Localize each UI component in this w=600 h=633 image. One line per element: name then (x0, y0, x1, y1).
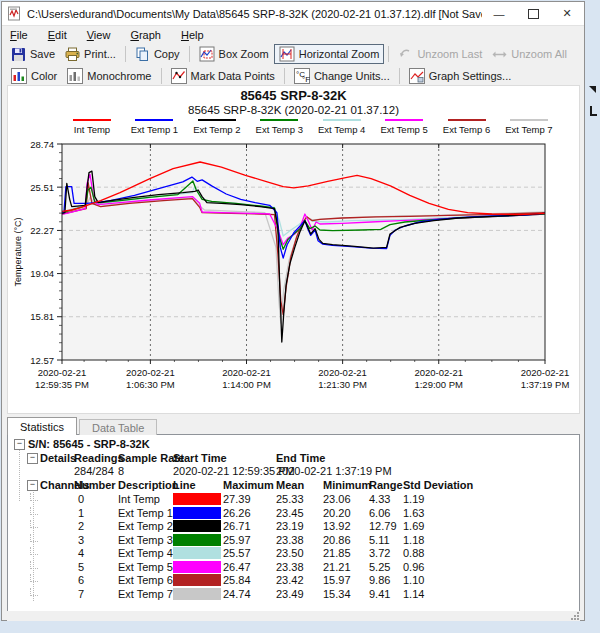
channel-cell: Ext Temp 2 (118, 520, 173, 533)
svg-text:2020-02-21: 2020-02-21 (126, 367, 175, 378)
channel-cell: 6 (78, 574, 84, 587)
mark-data-points-button[interactable]: Mark Data Points (166, 66, 280, 86)
legend-label: Int Temp (74, 124, 110, 135)
mark-data-points-icon (171, 68, 187, 84)
copy-label: Copy (154, 48, 180, 60)
channel-cell: 26.26 (223, 507, 251, 520)
svg-text:15.81: 15.81 (30, 311, 54, 322)
graph-settings-button[interactable]: Graph Settings... (404, 66, 517, 86)
menu-file[interactable]: File (10, 29, 28, 41)
menu-graph[interactable]: Graph (130, 29, 161, 41)
line-color-swatch (173, 547, 221, 559)
svg-text:2020-02-21: 2020-02-21 (414, 367, 463, 378)
channel-cell: 5.25 (369, 561, 390, 574)
box-zoom-button[interactable]: Box Zoom (194, 44, 274, 64)
tree-branch (30, 561, 38, 569)
horizontal-zoom-button[interactable]: Horizontal Zoom (274, 44, 385, 64)
mark-data-points-label: Mark Data Points (191, 70, 275, 82)
unzoom-last-button[interactable]: Unzoom Last (393, 45, 487, 64)
svg-text:1:21:30 PM: 1:21:30 PM (318, 379, 367, 390)
sn-row: − S/N: 85645 - SRP-8-32K (8, 438, 579, 451)
channel-cell: 1.18 (403, 534, 424, 547)
channel-cell: 4 (78, 547, 84, 560)
sn-label: S/N: 85645 - SRP-8-32K (28, 438, 150, 451)
svg-text:28.74: 28.74 (30, 139, 54, 150)
window-title: C:\Users\edurand\Documents\My Data\85645… (27, 8, 482, 20)
plot-wrap: 28.7425.5122.2719.0415.8112.572020-02-21… (8, 136, 579, 406)
zoom-cursor-icon (589, 86, 596, 93)
legend-color-line (510, 119, 548, 121)
channel-row: 4Ext Temp 425.5723.5021.853.720.88 (8, 547, 579, 560)
details-sample-rate-value: 8 (118, 465, 124, 478)
maximize-icon (528, 9, 539, 19)
svg-text:12:59:35 PM: 12:59:35 PM (35, 379, 89, 390)
channels-header-mean: Mean (276, 479, 304, 492)
channel-cell: Ext Temp 6 (118, 574, 173, 587)
chart-subtitle: 85645 SRP-8-32K (2020-02-21 01.37.12) (8, 104, 579, 116)
details-header-end-time: End Time (276, 452, 325, 465)
menu-edit[interactable]: Edit (48, 29, 67, 41)
legend-label: Ext Temp 1 (131, 124, 178, 135)
channel-cell: 4.33 (369, 493, 390, 506)
monochrome-label: Monochrome (87, 70, 151, 82)
unzoom-all-icon (492, 47, 507, 62)
monochrome-button[interactable]: Monochrome (62, 66, 156, 86)
channels-header-std-deviation: Std Deviation (403, 479, 473, 492)
toolbar-separator (189, 46, 190, 62)
channel-cell: 1.10 (403, 574, 424, 587)
statistics-panel: − S/N: 85645 - SRP-8-32K − Details Readi… (7, 434, 580, 612)
horizontal-zoom-icon (279, 46, 295, 62)
change-units-button[interactable]: °C °F Change Units... (289, 66, 395, 86)
channel-row: 7Ext Temp 724.7423.4915.349.411.14 (8, 588, 579, 601)
details-values-row: 284/284 8 2020-02-21 12:59:35 PM 2020-02… (8, 465, 579, 478)
channels-header-row: − Channels Number Description Line Maxim… (8, 479, 579, 492)
channels-header-line: Line (173, 479, 196, 492)
tab-data-table[interactable]: Data Table (79, 419, 157, 435)
tab-statistics[interactable]: Statistics (7, 417, 77, 435)
legend-label: Ext Temp 7 (505, 124, 552, 135)
legend-color-line (385, 119, 423, 121)
svg-text:19.04: 19.04 (30, 268, 54, 279)
menu-help[interactable]: Help (181, 29, 204, 41)
details-header-readings: Readings (74, 452, 124, 465)
line-color-swatch (173, 574, 221, 586)
toolbar-row2: Color Monochrome Mark Data Points (2, 65, 584, 86)
save-button[interactable]: Save (6, 45, 60, 64)
channel-cell: 0.96 (403, 561, 424, 574)
tree-collapse-details[interactable]: − (27, 453, 38, 464)
copy-button[interactable]: Copy (130, 45, 185, 64)
details-header-start-time: Start Time (173, 452, 227, 465)
legend-color-line (260, 119, 298, 121)
minimize-button[interactable]: — (482, 2, 516, 25)
toolbar-separator (284, 68, 285, 84)
svg-text:1:06:30 PM: 1:06:30 PM (126, 379, 175, 390)
toolbar-row1: Save Print... Copy (2, 43, 584, 65)
resize-grip-icon[interactable] (570, 611, 580, 621)
tree-collapse-sn[interactable]: − (14, 439, 25, 450)
tree-branch (30, 493, 38, 501)
tree-collapse-channels[interactable]: − (27, 480, 38, 491)
menu-view[interactable]: View (87, 29, 111, 41)
channel-row: 0Int Temp27.3925.3323.064.331.19 (8, 493, 579, 506)
channel-cell: 9.41 (369, 588, 390, 601)
plot-svg[interactable]: 28.7425.5122.2719.0415.8112.572020-02-21… (8, 136, 579, 402)
channel-cell: 21.85 (323, 547, 351, 560)
statusbar (7, 611, 580, 621)
channel-cell: 1.63 (403, 507, 424, 520)
channel-cell: 27.39 (223, 493, 251, 506)
menubar: File Edit View Graph Help (2, 26, 584, 43)
color-button[interactable]: Color (6, 66, 62, 86)
unzoom-all-button[interactable]: Unzoom All (487, 45, 572, 64)
details-header-row: − Details Readings Sample Rate Start Tim… (8, 452, 579, 465)
print-button[interactable]: Print... (60, 45, 121, 64)
toolbar-separator (125, 46, 126, 62)
maximize-button[interactable] (516, 2, 550, 25)
print-label: Print... (84, 48, 116, 60)
chart-panel: 85645 SRP-8-32K 85645 SRP-8-32K (2020-02… (7, 85, 580, 414)
close-button[interactable]: ✕ (550, 2, 584, 25)
tree-branch (30, 547, 38, 555)
details-readings-value: 284/284 (74, 465, 114, 478)
legend-label: Ext Temp 4 (318, 124, 365, 135)
color-label: Color (31, 70, 57, 82)
details-end-time-value: 2020-02-21 1:37:19 PM (276, 465, 392, 478)
